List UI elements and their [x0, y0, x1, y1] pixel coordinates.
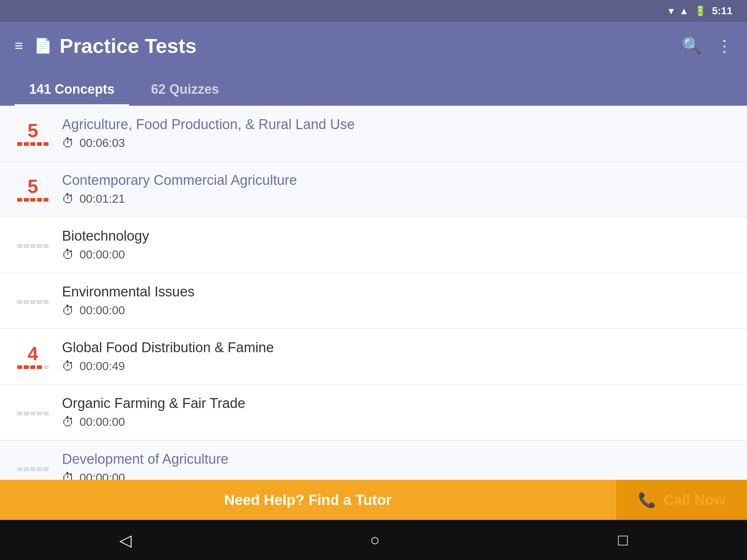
document-icon: 📄	[34, 37, 52, 54]
score-bar	[43, 412, 49, 415]
phone-icon: 📞	[638, 491, 656, 509]
item-title: Global Food Distribution & Famine	[62, 340, 732, 355]
score-bar	[17, 467, 22, 471]
clock-icon: ⏱	[62, 359, 74, 373]
app-bar: ≡ 📄 Practice Tests 🔍 ⋮	[0, 22, 747, 69]
list-item[interactable]: 5Contemporary Commercial Agriculture⏱00:…	[0, 162, 747, 217]
score-number: 5	[28, 177, 38, 196]
item-info: Agriculture, Food Production, & Rural La…	[62, 117, 732, 150]
status-icons: ▾ ▲ 🔋 5:11	[669, 5, 732, 17]
score-bar	[43, 198, 49, 202]
item-title: Agriculture, Food Production, & Rural La…	[62, 117, 732, 132]
score-bar	[43, 244, 49, 248]
nav-bar: ◁ ○ □	[0, 520, 747, 560]
search-icon[interactable]: 🔍	[682, 36, 702, 55]
score-bar	[37, 412, 42, 415]
clock-icon: ⏱	[62, 136, 74, 150]
score-container	[15, 242, 51, 248]
wifi-icon: ▾	[669, 5, 673, 17]
score-bar	[30, 412, 35, 415]
home-button[interactable]: ○	[370, 531, 380, 549]
score-bar	[24, 142, 29, 146]
list-item[interactable]: Environmental Issues⏱00:00:00	[0, 273, 747, 329]
call-now-button[interactable]: 📞 Call Now	[616, 480, 747, 520]
item-title: Environmental Issues	[62, 284, 732, 300]
tab-quizzes[interactable]: 62 Quizzes	[136, 74, 233, 106]
item-title: Development of Agriculture	[62, 451, 732, 467]
clock-icon: ⏱	[62, 303, 74, 318]
score-bar	[30, 467, 35, 471]
score-bar	[30, 244, 35, 248]
list-item[interactable]: Organic Farming & Fair Trade⏱00:00:00	[0, 385, 747, 440]
score-bar	[17, 244, 22, 248]
time-value: 00:00:00	[80, 415, 125, 429]
clock-icon: ⏱	[62, 415, 74, 429]
content-list: 5Agriculture, Food Production, & Rural L…	[0, 106, 747, 480]
score-bar	[37, 198, 42, 202]
clock-icon: ⏱	[62, 471, 74, 480]
score-container	[15, 298, 51, 304]
score-bar	[43, 142, 49, 146]
list-item[interactable]: 4Global Food Distribution & Famine⏱00:00…	[0, 329, 747, 385]
list-item[interactable]: Development of Agriculture⏱00:00:00	[0, 440, 747, 480]
score-bar	[24, 198, 29, 202]
item-time: ⏱00:00:00	[62, 303, 732, 318]
tab-concepts[interactable]: 141 Concepts	[15, 74, 129, 106]
score-container: 5	[15, 177, 51, 202]
item-time: ⏱00:01:21	[62, 192, 732, 206]
score-bar	[43, 467, 49, 471]
time-value: 00:01:21	[80, 192, 125, 206]
time-value: 00:06:03	[80, 136, 125, 150]
score-container: 4	[15, 344, 51, 369]
score-bars	[17, 365, 49, 369]
more-options-icon[interactable]: ⋮	[716, 36, 732, 55]
score-bars	[17, 142, 49, 146]
item-time: ⏱00:00:49	[62, 359, 732, 373]
score-bars	[17, 198, 49, 202]
clock-icon: ⏱	[62, 248, 74, 262]
score-bars	[17, 244, 49, 248]
score-bar	[37, 300, 42, 304]
score-bar	[24, 467, 29, 471]
bottom-banner: Need Help? Find a Tutor 📞 Call Now	[0, 480, 747, 520]
time-display: 5:11	[712, 5, 732, 17]
score-bar	[24, 365, 29, 369]
list-item[interactable]: 5Agriculture, Food Production, & Rural L…	[0, 106, 747, 162]
item-time: ⏱00:06:03	[62, 136, 732, 150]
item-info: Development of Agriculture⏱00:00:00	[62, 451, 732, 480]
list-item[interactable]: Biotechnology⏱00:00:00	[0, 217, 747, 273]
score-bar	[30, 365, 35, 369]
score-number: 5	[28, 121, 38, 140]
signal-icon: ▲	[679, 5, 689, 17]
back-button[interactable]: ◁	[119, 531, 132, 549]
recent-button[interactable]: □	[618, 531, 628, 549]
time-value: 00:00:00	[80, 471, 125, 480]
item-time: ⏱00:00:00	[62, 471, 732, 480]
item-info: Contemporary Commercial Agriculture⏱00:0…	[62, 172, 732, 206]
score-bar	[17, 300, 22, 304]
call-now-label: Call Now	[663, 492, 725, 508]
score-bar	[17, 412, 22, 415]
tab-bar: 141 Concepts 62 Quizzes	[0, 69, 747, 106]
score-container	[15, 465, 51, 471]
score-bar	[43, 300, 49, 304]
item-title: Contemporary Commercial Agriculture	[62, 172, 732, 188]
page-title: Practice Tests	[59, 34, 682, 58]
score-bar	[24, 300, 29, 304]
app-bar-actions: 🔍 ⋮	[682, 36, 732, 55]
score-bars	[17, 300, 49, 304]
score-container: 5	[15, 121, 51, 146]
score-bar	[17, 142, 22, 146]
score-bar	[30, 198, 35, 202]
score-bar	[30, 300, 35, 304]
item-time: ⏱00:00:00	[62, 415, 732, 429]
item-info: Biotechnology⏱00:00:00	[62, 228, 732, 262]
status-bar: ▾ ▲ 🔋 5:11	[0, 0, 747, 22]
score-bars	[17, 412, 49, 415]
item-info: Environmental Issues⏱00:00:00	[62, 284, 732, 318]
score-number: 4	[28, 344, 38, 363]
item-info: Organic Farming & Fair Trade⏱00:00:00	[62, 396, 732, 429]
time-value: 00:00:00	[80, 248, 125, 261]
score-bar	[17, 365, 22, 369]
hamburger-icon[interactable]: ≡	[15, 38, 23, 54]
